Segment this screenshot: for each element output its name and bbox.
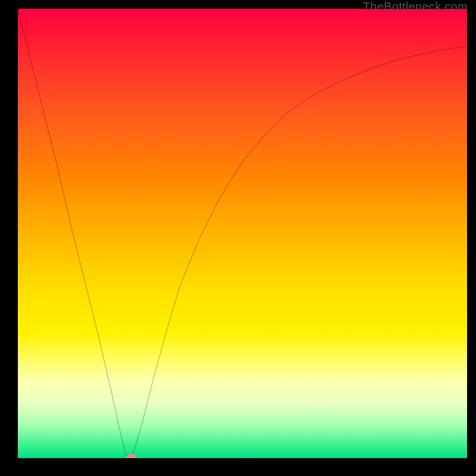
curve-svg — [18, 9, 467, 458]
minimum-marker — [126, 455, 137, 459]
attribution-text: TheBottleneck.com — [363, 0, 468, 14]
plot-area — [18, 9, 467, 458]
bottleneck-curve — [18, 9, 467, 458]
chart-frame: TheBottleneck.com — [0, 0, 476, 476]
